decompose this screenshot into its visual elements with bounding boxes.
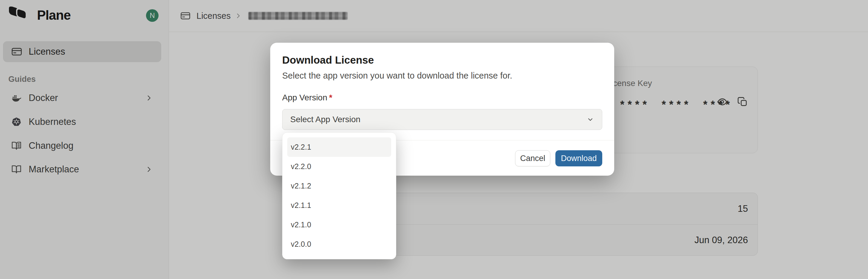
app-window: Plane Licenses Guides <box>0 0 868 279</box>
app-version-select[interactable]: Select App Version <box>282 109 602 130</box>
chevron-down-icon <box>586 116 594 123</box>
app-version-dropdown: v2.2.1 v2.2.0 v2.1.2 v2.1.1 v2.1.0 v2.0.… <box>282 132 396 259</box>
cancel-button[interactable]: Cancel <box>515 150 550 166</box>
dropdown-option[interactable]: v2.0.0 <box>287 235 391 254</box>
dropdown-option[interactable]: v2.1.0 <box>287 215 391 235</box>
dropdown-option[interactable]: v2.1.1 <box>287 196 391 215</box>
dropdown-option[interactable]: v2.1.2 <box>287 176 391 196</box>
dropdown-option[interactable]: v2.2.0 <box>287 157 391 176</box>
select-placeholder: Select App Version <box>290 115 586 124</box>
modal-title: Download License <box>282 54 374 66</box>
modal-subtitle: Select the app version you want to downl… <box>282 71 513 81</box>
required-asterisk: * <box>329 93 332 102</box>
dropdown-option[interactable]: v2.2.1 <box>287 137 391 157</box>
download-button[interactable]: Download <box>555 150 602 166</box>
app-version-label: App Version* <box>282 93 332 102</box>
